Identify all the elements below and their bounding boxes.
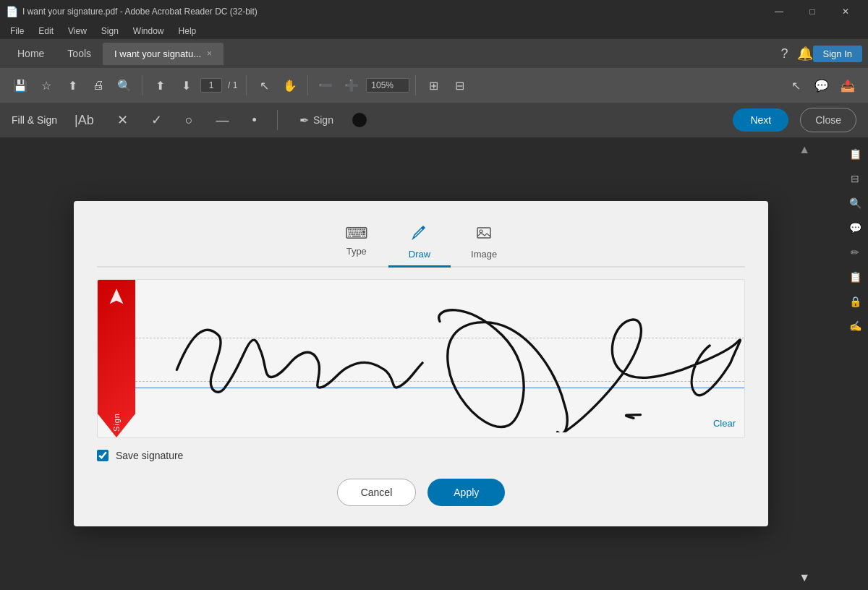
clear-link[interactable]: Clear (713, 418, 736, 429)
save-icon[interactable]: 💾 (9, 74, 32, 97)
tab-type-label: Type (346, 246, 367, 257)
save-signature-checkbox[interactable] (97, 450, 109, 461)
zoom-out-icon[interactable]: ➖ (314, 74, 337, 97)
right-panel: 📋 ⊟ 🔍 💬 ✏ 📋 🔒 ✍ (842, 137, 868, 590)
dialog-buttons: Cancel Apply (97, 479, 745, 506)
tab-bar: Home Tools I want your signatu... × ? 🔔 … (0, 39, 868, 68)
cross-tool[interactable]: ✕ (111, 109, 134, 131)
pen-icon: ✒ (299, 114, 309, 127)
hand-tool[interactable]: ✋ (278, 74, 302, 97)
page-number-input[interactable]: 1 (200, 78, 222, 93)
upload-icon[interactable]: ⬆ (61, 74, 84, 97)
text-tool[interactable]: |Ab (69, 110, 100, 131)
tab-title: I want your signatu... (114, 48, 201, 59)
fit-page-icon[interactable]: ⊞ (422, 74, 445, 97)
right-panel-icon-4[interactable]: 💬 (844, 217, 866, 239)
save-signature-label: Save signature (116, 450, 183, 461)
dot-tool[interactable]: • (247, 110, 263, 131)
tab-draw-label: Draw (409, 249, 430, 260)
fill-sign-bar: Fill & Sign |Ab ✕ ✓ ○ — • ✒ Sign Next Cl… (0, 103, 868, 137)
total-pages: / 1 (228, 80, 237, 90)
title-bar-left: 📄 I want your signature.pdf - Adobe Acro… (6, 6, 258, 17)
tab-bar-icons: ? 🔔 (781, 46, 813, 61)
menu-help[interactable]: Help (171, 25, 204, 38)
toolbar-sep-2 (246, 75, 247, 95)
tab-close-icon[interactable]: × (207, 48, 212, 59)
toolbar: 💾 ☆ ⬆ 🖨 🔍 ⬆ ⬇ 1 / 1 ↖ ✋ ➖ ➕ 105% ⊞ ⊟ ↖ 💬… (0, 68, 868, 103)
right-panel-icon-6[interactable]: 📋 (844, 266, 866, 288)
notification-icon[interactable]: 🔔 (797, 46, 813, 61)
check-tool[interactable]: ✓ (145, 109, 168, 131)
svg-rect-0 (477, 228, 490, 238)
sign-tool[interactable]: ✒ Sign (292, 111, 341, 130)
menu-edit[interactable]: Edit (31, 25, 61, 38)
minimize-button[interactable]: — (762, 0, 796, 23)
bookmark-icon[interactable]: ☆ (35, 74, 58, 97)
main-area: ▲ ⌨ Type (0, 137, 868, 590)
keyboard-icon: ⌨ (345, 224, 368, 243)
sign-marker: Sign (98, 280, 135, 437)
right-panel-icon-8[interactable]: ✍ (844, 315, 866, 337)
search-icon[interactable]: 🔍 (113, 74, 136, 97)
scroll-down-icon[interactable]: ▼ (799, 571, 810, 584)
tab-draw[interactable]: Draw (388, 218, 451, 268)
toolbar-sep-3 (307, 75, 308, 95)
menu-bar: File Edit View Sign Window Help (0, 23, 868, 39)
menu-window[interactable]: Window (126, 25, 171, 38)
circle-tool[interactable]: ○ (179, 110, 199, 131)
sign-label: Sign (313, 114, 333, 126)
line-tool[interactable]: — (210, 110, 235, 131)
tab-home[interactable]: Home (6, 42, 56, 65)
next-button[interactable]: Next (733, 108, 788, 132)
dialog-tabs: ⌨ Type Draw (97, 218, 745, 268)
fill-sign-label: Fill & Sign (12, 114, 57, 126)
prev-page-icon[interactable]: ⬆ (148, 74, 171, 97)
pdf-area: ▲ ⌨ Type (0, 137, 842, 590)
apply-button[interactable]: Apply (427, 479, 505, 506)
pointer-tool[interactable]: ↖ (252, 74, 276, 97)
title-bar: 📄 I want your signature.pdf - Adobe Acro… (0, 0, 868, 23)
tab-image[interactable]: Image (451, 218, 517, 268)
close-button[interactable]: ✕ (829, 0, 862, 23)
image-icon (475, 224, 493, 246)
zoom-in-icon[interactable]: ➕ (340, 74, 363, 97)
window-controls: — □ ✕ (762, 0, 862, 23)
signature-dialog: ⌨ Type Draw (74, 201, 768, 526)
window-title: I want your signature.pdf - Adobe Acroba… (22, 7, 258, 17)
tab-active-document[interactable]: I want your signatu... × (103, 43, 224, 65)
menu-file[interactable]: File (3, 25, 31, 38)
menu-sign[interactable]: Sign (94, 25, 126, 38)
toolbar-sep-1 (142, 75, 142, 95)
right-panel-icon-3[interactable]: 🔍 (844, 192, 866, 214)
close-button-bar[interactable]: Close (800, 108, 856, 132)
right-panel-icon-2[interactable]: ⊟ (844, 168, 866, 189)
cursor-icon[interactable]: ↖ (784, 74, 807, 97)
draw-icon (411, 224, 428, 246)
sign-marker-text: Sign (112, 413, 121, 432)
right-panel-icon-7[interactable]: 🔒 (844, 291, 866, 312)
fill-sep (277, 110, 278, 130)
tab-type[interactable]: ⌨ Type (325, 218, 388, 268)
signature-drawing (135, 280, 744, 432)
color-picker[interactable] (352, 113, 367, 127)
sign-in-button[interactable]: Sign In (813, 46, 862, 62)
dialog-overlay: ⌨ Type Draw (0, 137, 842, 590)
share-icon[interactable]: 📤 (836, 74, 859, 97)
maximize-button[interactable]: □ (796, 0, 829, 23)
menu-view[interactable]: View (61, 25, 94, 38)
cancel-button[interactable]: Cancel (337, 479, 417, 506)
save-signature-row: Save signature (97, 450, 745, 461)
right-panel-icon-5[interactable]: ✏ (844, 241, 866, 263)
app-icon: 📄 (6, 6, 18, 17)
signature-area[interactable]: Sign (97, 279, 745, 438)
help-icon[interactable]: ? (781, 46, 788, 61)
tab-image-label: Image (471, 249, 497, 260)
toolbar-sep-4 (415, 75, 416, 95)
zoom-level-input[interactable]: 105% (366, 78, 409, 93)
scan-icon[interactable]: ⊟ (448, 74, 471, 97)
comment-icon[interactable]: 💬 (810, 74, 833, 97)
print-icon[interactable]: 🖨 (87, 74, 110, 97)
right-panel-icon-1[interactable]: 📋 (844, 143, 866, 165)
tab-tools[interactable]: Tools (56, 42, 103, 65)
next-page-icon[interactable]: ⬇ (174, 74, 197, 97)
